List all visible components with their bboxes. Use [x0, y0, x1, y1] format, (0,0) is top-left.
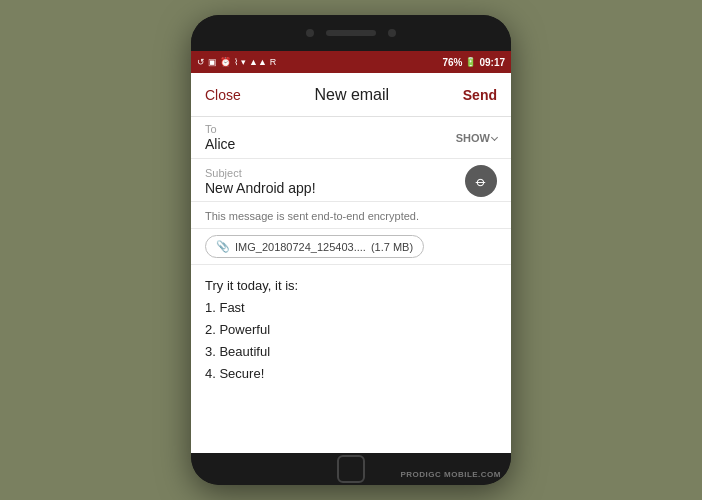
encryption-notice: This message is sent end-to-end encrypte…	[191, 202, 511, 229]
email-body[interactable]: Try it today, it is: 1. Fast 2. Powerful…	[191, 265, 511, 453]
encryption-text: This message is sent end-to-end encrypte…	[205, 210, 419, 222]
clipboard-icon: ▣	[208, 57, 217, 67]
wifi-icon: ▾	[241, 57, 246, 67]
phone-top-bezel	[191, 15, 511, 51]
email-topbar: Close New email Send	[191, 73, 511, 117]
attachment-area: 📎 IMG_20180724_125403.... (1.7 MB)	[191, 229, 511, 265]
network-type-icon: R	[270, 57, 277, 67]
clock: 09:17	[479, 57, 505, 68]
show-cc-button[interactable]: SHOW	[456, 132, 497, 144]
email-compose-title: New email	[314, 86, 389, 104]
paperclip-icon: ⌀	[473, 173, 490, 190]
status-bar-right: 76% 🔋 09:17	[442, 57, 505, 68]
body-line-1: Try it today, it is:	[205, 275, 497, 297]
phone-frame: ↺ ▣ ⏰ ⌇ ▾ ▲▲ R 76% 🔋 09:17 Close New ema…	[191, 15, 511, 485]
status-bar: ↺ ▣ ⏰ ⌇ ▾ ▲▲ R 76% 🔋 09:17	[191, 51, 511, 73]
proximity-sensor	[388, 29, 396, 37]
signal-icon: ▲▲	[249, 57, 267, 67]
subject-field-row: Subject New Android app! ⌀	[191, 159, 511, 202]
attach-button[interactable]: ⌀	[465, 165, 497, 197]
attachment-size: (1.7 MB)	[371, 241, 413, 253]
watermark: PRODIGC MOBILE.COM	[400, 470, 501, 479]
subject-content: Subject New Android app!	[205, 167, 465, 196]
close-button[interactable]: Close	[205, 87, 241, 103]
body-line-4: 3. Beautiful	[205, 341, 497, 363]
subject-label: Subject	[205, 167, 465, 179]
subject-value[interactable]: New Android app!	[205, 180, 465, 196]
front-camera	[306, 29, 314, 37]
battery-percent: 76%	[442, 57, 462, 68]
chevron-down-icon	[491, 134, 498, 141]
to-label: To	[205, 123, 456, 135]
body-line-2: 1. Fast	[205, 297, 497, 319]
sync-icon: ↺	[197, 57, 205, 67]
attachment-filename: IMG_20180724_125403....	[235, 241, 366, 253]
body-line-5: 4. Secure!	[205, 363, 497, 385]
home-button[interactable]	[337, 455, 365, 483]
attachment-clip-icon: 📎	[216, 240, 230, 253]
to-field-content: To Alice	[205, 123, 456, 152]
phone-bottom-bezel	[191, 453, 511, 485]
body-text: Try it today, it is: 1. Fast 2. Powerful…	[205, 275, 497, 385]
email-form: To Alice SHOW Subject New Android app! ⌀	[191, 117, 511, 265]
body-line-3: 2. Powerful	[205, 319, 497, 341]
battery-icon: 🔋	[465, 57, 476, 67]
to-field-row: To Alice SHOW	[191, 117, 511, 159]
to-value[interactable]: Alice	[205, 136, 456, 152]
email-app: Close New email Send To Alice SHOW Subj	[191, 73, 511, 453]
send-button[interactable]: Send	[463, 87, 497, 103]
alarm-icon: ⏰	[220, 57, 231, 67]
status-bar-left: ↺ ▣ ⏰ ⌇ ▾ ▲▲ R	[197, 57, 276, 67]
phone-speaker	[326, 30, 376, 36]
attachment-pill[interactable]: 📎 IMG_20180724_125403.... (1.7 MB)	[205, 235, 424, 258]
key-icon: ⌇	[234, 57, 238, 67]
